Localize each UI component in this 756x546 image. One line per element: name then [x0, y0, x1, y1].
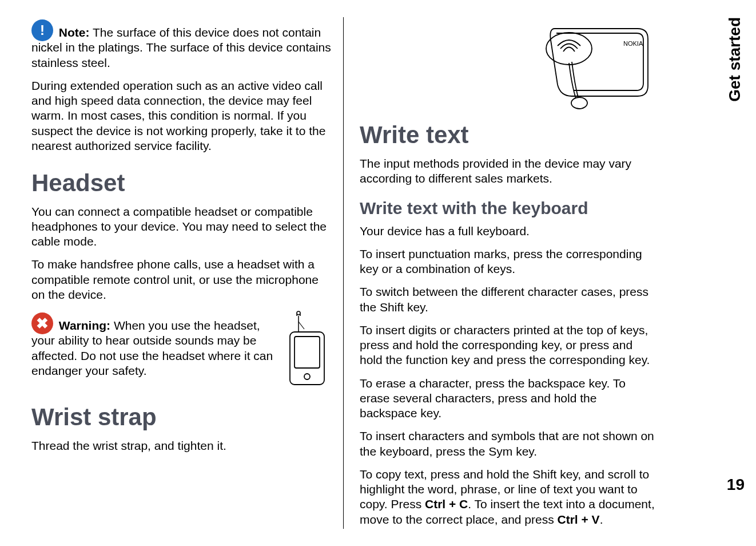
headset-title: Headset: [31, 168, 333, 199]
kb-p1: Your device has a full keyboard.: [360, 224, 655, 239]
kb-p3: To switch between the different characte…: [360, 284, 655, 315]
shortcut-paste: Ctrl + V: [558, 513, 600, 526]
device-headset-icon: [278, 310, 333, 387]
page-number: 19: [727, 474, 745, 494]
kb-p6: To insert characters and symbols that ar…: [360, 429, 655, 459]
page: ! Note: The surface of this device does …: [0, 0, 756, 546]
wrist-strap-icon: NOKIA: [540, 17, 655, 114]
kb-p5: To erase a character, press the backspac…: [360, 376, 655, 421]
wrist-strap-illustration: NOKIA: [540, 17, 655, 114]
wrist-strap-title: Wrist strap: [31, 402, 333, 433]
right-column: NOKIA Write text The input methods provi…: [343, 17, 655, 529]
shortcut-copy: Ctrl + C: [425, 497, 468, 511]
headset-p1: You can connect a compatible headset or …: [31, 204, 333, 250]
svg-point-4: [571, 97, 587, 109]
svg-rect-0: [290, 332, 324, 385]
note-label: Note:: [59, 26, 90, 39]
svg-text:NOKIA: NOKIA: [623, 40, 643, 47]
left-column: ! Note: The surface of this device does …: [31, 17, 343, 529]
note-block: ! Note: The surface of this device does …: [31, 17, 333, 70]
warning-icon: ✖: [31, 312, 53, 334]
svg-point-2: [304, 374, 310, 379]
warning-block: ✖ Warning: When you use the headset, you…: [31, 310, 333, 387]
svg-rect-1: [295, 337, 320, 368]
info-icon: !: [31, 19, 53, 41]
write-text-title: Write text: [360, 120, 655, 151]
svg-point-3: [546, 33, 592, 65]
kb-p4: To insert digits or characters printed a…: [360, 323, 655, 368]
kb-p2: To insert punctuation marks, press the c…: [360, 247, 655, 277]
operation-paragraph: During extended operation such as an act…: [31, 78, 333, 153]
headset-illustration: [278, 310, 333, 387]
keyboard-title: Write text with the keyboard: [360, 197, 655, 219]
warning-label: Warning:: [59, 319, 110, 332]
headset-p2: To make handsfree phone calls, use a hea…: [31, 257, 333, 302]
write-text-intro: The input methods provided in the device…: [360, 156, 655, 187]
wrist-strap-p1: Thread the wrist strap, and tighten it.: [31, 438, 333, 453]
section-tab: Get started: [725, 17, 745, 102]
kb-p7-e: .: [600, 513, 603, 526]
kb-p7: To copy text, press and hold the Shift k…: [360, 467, 655, 527]
